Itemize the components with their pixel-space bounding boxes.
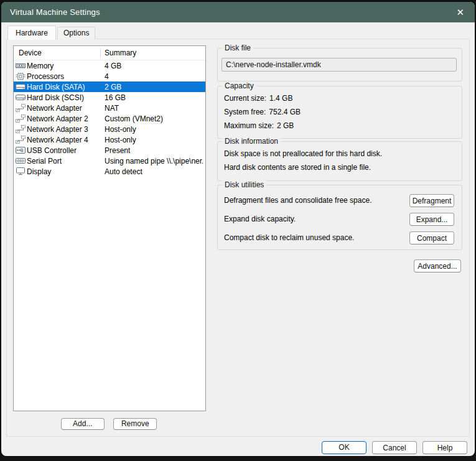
disk-utility-description: Compact disk to reclaim unused space.	[224, 233, 354, 242]
dialog-button-bar: OK Cancel Help	[322, 441, 467, 456]
device-row-processors[interactable]: Processors4	[14, 71, 205, 81]
disk-file-group-label: Disk file	[222, 44, 253, 52]
device-row-network-adapter-3[interactable]: Network Adapter 3Host-only	[14, 124, 205, 134]
close-icon[interactable]: ✕	[456, 7, 464, 17]
capacity-label: Maximum size:	[224, 121, 274, 131]
device-name: Network Adapter	[27, 104, 82, 113]
device-list[interactable]: Device Summary Memory4 GBProcessors4Hard…	[13, 45, 206, 411]
capacity-value: 752.4 GB	[269, 108, 301, 117]
capacity-group: Capacity Current size:1.4 GBSystem free:…	[217, 86, 462, 139]
disk-utility-row-expand: Expand disk capacity.Expand...	[224, 213, 454, 226]
capacity-label: Current size:	[224, 94, 266, 103]
device-summary: NAT	[105, 104, 119, 113]
tab-hardware[interactable]: Hardware	[7, 26, 56, 40]
remove-device-button[interactable]: Remove	[113, 418, 157, 430]
capacity-row-current-size: Current size:1.4 GB	[224, 94, 292, 103]
memory-icon	[16, 62, 26, 70]
window-title: Virtual Machine Settings	[1, 7, 100, 17]
help-button[interactable]: Help	[422, 441, 467, 454]
device-row-network-adapter-4[interactable]: Network Adapter 4Host-only	[14, 134, 205, 145]
column-divider[interactable]	[100, 48, 101, 58]
advanced-button[interactable]: Advanced...	[414, 259, 461, 272]
device-summary: Using named pipe \\.\pipe\ner...	[105, 157, 203, 165]
device-name: Display	[27, 167, 51, 176]
device-summary: Host-only	[105, 136, 136, 144]
capacity-label: System free:	[224, 108, 266, 117]
defragment-button[interactable]: Defragment	[409, 194, 454, 207]
disk-utilities-group: Disk utilities Defragment files and cons…	[217, 185, 462, 250]
device-summary: 4 GB	[105, 62, 121, 70]
disk-information-group: Disk information Disk space is not preal…	[217, 141, 462, 181]
disk-settings-panel: Disk file C:\nerve-node-installer.vmdk C…	[217, 39, 462, 436]
capacity-value: 1.4 GB	[269, 94, 292, 103]
ok-button[interactable]: OK	[322, 441, 366, 454]
device-list-buttons: Add... Remove	[7, 417, 211, 430]
network-adapter-icon	[16, 104, 26, 112]
capacity-value: 2 GB	[277, 121, 294, 131]
hard-disk-icon	[16, 93, 26, 101]
expand-button[interactable]: Expand...	[409, 213, 454, 226]
device-row-network-adapter-2[interactable]: Network Adapter 2Custom (VMnet2)	[14, 113, 205, 124]
disk-utilities-group-label: Disk utilities	[222, 180, 266, 189]
device-name: Serial Port	[27, 157, 62, 165]
disk-utility-row-defragment: Defragment files and consolidate free sp…	[224, 194, 454, 207]
processor-icon	[16, 72, 26, 80]
disk-information-group-label: Disk information	[222, 137, 281, 146]
device-name: Hard Disk (SATA)	[27, 83, 85, 91]
serial-port-icon	[16, 157, 26, 165]
hardware-tab-page: Device Summary Memory4 GBProcessors4Hard…	[6, 39, 470, 437]
capacity-group-label: Capacity	[222, 81, 256, 90]
device-name: Network Adapter 4	[27, 136, 88, 144]
device-name: Memory	[27, 62, 54, 70]
device-row-usb-controller[interactable]: USB ControllerPresent	[14, 145, 205, 156]
disk-file-path-field[interactable]: C:\nerve-node-installer.vmdk	[222, 58, 457, 72]
device-summary: Custom (VMnet2)	[105, 114, 163, 123]
hard-disk-icon	[16, 83, 26, 91]
tab-options[interactable]: Options	[57, 27, 95, 39]
display-icon	[16, 167, 26, 175]
tab-strip: Hardware Options	[7, 26, 96, 39]
disk-information-line: Hard disk contents are stored in a singl…	[224, 163, 371, 172]
device-name: USB Controller	[27, 146, 77, 155]
column-header-summary[interactable]: Summary	[105, 49, 136, 57]
device-row-display[interactable]: DisplayAuto detect	[14, 166, 205, 177]
title-bar[interactable]: Virtual Machine Settings ✕	[1, 2, 475, 22]
device-row-hard-disk-sata[interactable]: Hard Disk (SATA)2 GB	[14, 81, 205, 92]
cancel-button[interactable]: Cancel	[372, 441, 417, 454]
vm-settings-dialog: Virtual Machine Settings ✕ Hardware Opti…	[1, 2, 475, 456]
device-summary: 16 GB	[105, 93, 126, 102]
device-name: Network Adapter 3	[27, 125, 88, 134]
compact-button[interactable]: Compact	[409, 231, 454, 244]
disk-file-group: Disk file C:\nerve-node-installer.vmdk	[217, 48, 462, 81]
device-row-network-adapter[interactable]: Network AdapterNAT	[14, 103, 205, 113]
disk-utility-description: Defragment files and consolidate free sp…	[224, 196, 371, 205]
device-name: Hard Disk (SCSI)	[27, 93, 84, 102]
device-row-memory[interactable]: Memory4 GB	[14, 60, 205, 71]
device-name: Network Adapter 2	[27, 114, 88, 123]
device-row-hard-disk-scsi[interactable]: Hard Disk (SCSI)16 GB	[14, 92, 205, 103]
device-summary: Auto detect	[105, 167, 142, 176]
network-adapter-icon	[16, 114, 26, 123]
device-summary: Present	[105, 146, 130, 155]
device-list-header: Device Summary	[14, 46, 205, 60]
device-summary: 4	[105, 72, 109, 81]
add-device-button[interactable]: Add...	[61, 418, 105, 430]
disk-utility-row-compact: Compact disk to reclaim unused space.Com…	[224, 231, 454, 244]
device-summary: 2 GB	[105, 83, 121, 91]
disk-utility-description: Expand disk capacity.	[224, 215, 296, 223]
usb-controller-icon	[16, 146, 26, 154]
capacity-row-maximum-size: Maximum size:2 GB	[224, 121, 294, 131]
network-adapter-icon	[16, 136, 26, 144]
disk-information-line: Disk space is not preallocated for this …	[224, 149, 382, 158]
device-name: Processors	[27, 72, 64, 81]
capacity-row-system-free: System free:752.4 GB	[224, 108, 301, 117]
network-adapter-icon	[16, 125, 26, 133]
column-header-device[interactable]: Device	[19, 49, 42, 57]
device-summary: Host-only	[105, 125, 136, 134]
device-row-serial-port[interactable]: Serial PortUsing named pipe \\.\pipe\ner…	[14, 156, 205, 166]
